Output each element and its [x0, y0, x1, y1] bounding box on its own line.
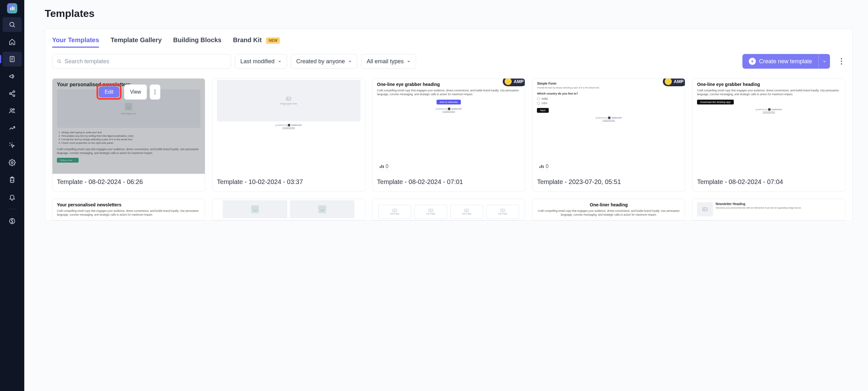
usage-value: 0: [546, 164, 549, 169]
sidebar: [0, 0, 24, 391]
created-by-label: Created by anyone: [296, 58, 345, 65]
megaphone-icon[interactable]: [3, 69, 22, 84]
card-actions: Edit View: [53, 84, 205, 100]
template-card[interactable]: ⚡ AMP One-line eye grabber heading Craft…: [372, 78, 525, 192]
mock-heading: One-line eye grabber heading: [697, 82, 840, 87]
tab-building-blocks[interactable]: Building Blocks: [173, 36, 221, 47]
chevron-down-icon: [348, 59, 352, 63]
svg-point-24: [841, 58, 842, 59]
tab-brand-kit[interactable]: Brand Kit NEW: [233, 36, 280, 47]
more-actions-button[interactable]: [838, 54, 845, 69]
svg-point-31: [287, 98, 288, 98]
search-icon[interactable]: [3, 17, 22, 32]
template-card[interactable]: ◡ ◡: [212, 199, 365, 220]
template-title: Template - 08-02-2024 - 07:01: [373, 174, 525, 191]
tab-brand-kit-label: Brand Kit: [233, 36, 262, 43]
filter-bar: Last modified Created by anyone All emai…: [52, 54, 845, 69]
search-input[interactable]: [65, 58, 226, 65]
email-types-dropdown[interactable]: All email types: [361, 54, 416, 69]
usage-count: 0: [537, 162, 551, 171]
last-modified-label: Last modified: [240, 58, 275, 65]
svg-line-1: [13, 26, 15, 27]
gear-icon[interactable]: [3, 155, 22, 170]
mock-heading: Your personalised newsletters: [57, 202, 200, 207]
svg-point-33: [704, 208, 704, 209]
amp-badge: ⚡ AMP: [663, 78, 685, 86]
billing-icon[interactable]: [3, 214, 22, 228]
svg-line-13: [9, 143, 10, 144]
page-title: Templates: [45, 8, 852, 20]
template-thumbnail: Add image Add image Add image Add image: [373, 199, 525, 220]
edit-button[interactable]: Edit: [99, 87, 119, 97]
amp-badge: ⚡ AMP: [503, 78, 525, 86]
last-modified-dropdown[interactable]: Last modified: [235, 54, 287, 69]
template-card[interactable]: One-liner heading Craft compelling email…: [532, 199, 685, 220]
svg-point-28: [155, 91, 156, 92]
email-types-label: All email types: [367, 58, 404, 65]
create-button-group: + Create new template: [742, 54, 830, 69]
template-card[interactable]: One-line eye grabber heading Craft compe…: [692, 78, 845, 192]
created-by-dropdown[interactable]: Created by anyone: [291, 54, 357, 69]
chevron-down-icon: [407, 59, 411, 63]
bolt-icon: ⚡: [665, 78, 672, 85]
template-thumbnail: Your personalised newsletters ◡ Add imag…: [53, 78, 205, 174]
template-title: Template - 2023-07-20, 05:51: [532, 174, 685, 191]
app-logo[interactable]: [7, 3, 17, 13]
template-card[interactable]: Add image Add image Add image Add image: [372, 199, 525, 220]
svg-line-9: [11, 92, 13, 93]
dots-vertical-icon: [840, 58, 842, 65]
search-icon: [57, 59, 61, 64]
svg-point-22: [58, 60, 60, 62]
template-title: Template - 08-02-2024 - 06:26: [53, 174, 205, 191]
clipboard-icon[interactable]: [3, 172, 22, 187]
tab-your-templates[interactable]: Your Templates: [52, 36, 99, 47]
plus-icon: +: [749, 58, 756, 65]
template-thumbnail: Newsletter Heading Introduce your produc…: [692, 199, 845, 220]
share-icon[interactable]: [3, 86, 22, 101]
template-card[interactable]: ⚡ AMP Simple Form Format the text by sim…: [532, 78, 685, 192]
chevron-down-icon: [278, 59, 282, 63]
click-icon[interactable]: [3, 138, 22, 153]
bell-icon[interactable]: [3, 190, 22, 204]
bar-icon: [380, 165, 384, 168]
template-card[interactable]: Newsletter Heading Introduce your produc…: [692, 199, 845, 220]
view-button[interactable]: View: [124, 84, 147, 100]
search-box[interactable]: [52, 54, 231, 69]
usage-count: 0: [377, 162, 391, 171]
template-title: Template - 10-02-2024 - 03:37: [213, 174, 365, 191]
template-card[interactable]: Your personalised newsletters ◡ Add imag…: [52, 78, 205, 192]
template-title: Template - 08-02-2024 - 07:04: [692, 174, 845, 191]
dots-vertical-icon: [154, 90, 156, 95]
template-thumbnail: ◡ ◡: [213, 199, 365, 220]
home-icon[interactable]: [3, 34, 22, 49]
svg-point-16: [11, 162, 13, 164]
svg-point-25: [841, 61, 842, 62]
templates-icon[interactable]: [3, 52, 22, 66]
template-thumbnail: One-line eye grabber heading Craft compe…: [692, 78, 845, 174]
svg-line-10: [11, 94, 13, 95]
svg-point-26: [841, 63, 842, 65]
bolt-icon: ⚡: [505, 78, 512, 85]
new-badge: NEW: [266, 37, 280, 44]
amp-label: AMP: [514, 79, 524, 84]
main-content: Templates Your Templates Template Galler…: [24, 0, 868, 391]
mock-heading: One-liner heading: [537, 202, 680, 207]
create-template-button[interactable]: + Create new template: [742, 54, 818, 69]
svg-point-11: [10, 108, 12, 110]
template-thumbnail: Image goes here powered by ⬛ mailmodo Un…: [213, 78, 365, 174]
tabs: Your Templates Template Gallery Building…: [52, 36, 845, 47]
svg-point-8: [13, 95, 15, 97]
svg-point-29: [155, 93, 156, 94]
people-icon[interactable]: [3, 103, 22, 118]
mock-heading: One-line eye grabber heading: [377, 82, 521, 87]
card-more-button[interactable]: [150, 84, 160, 100]
template-card[interactable]: Your personalised newsletters Craft comp…: [52, 199, 205, 220]
template-thumbnail: One-liner heading Craft compelling email…: [532, 199, 685, 220]
chevron-down-icon: [823, 59, 827, 63]
analytics-icon[interactable]: [3, 121, 22, 135]
create-template-dropdown[interactable]: [818, 54, 830, 69]
templates-grid: Your personalised newsletters ◡ Add imag…: [52, 78, 845, 220]
tab-template-gallery[interactable]: Template Gallery: [111, 36, 162, 47]
template-card[interactable]: Image goes here powered by ⬛ mailmodo Un…: [212, 78, 365, 192]
sidebar-divider: [7, 209, 17, 209]
